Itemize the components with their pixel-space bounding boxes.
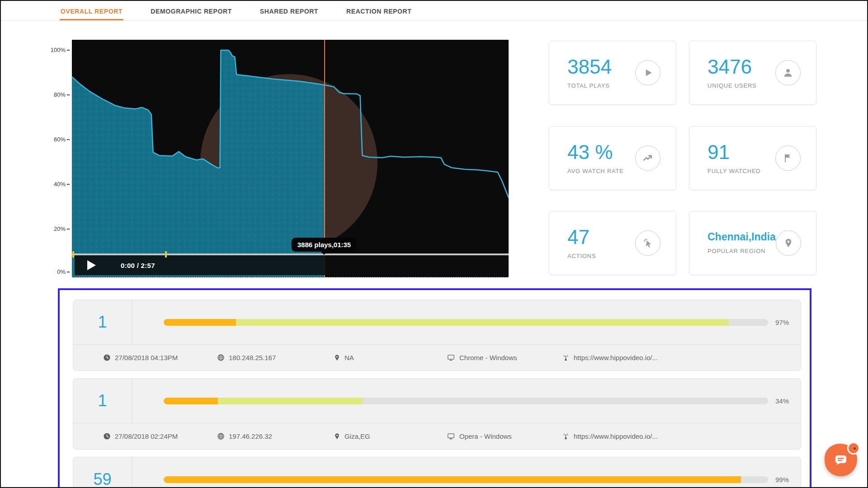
session-play-count: 1	[73, 300, 132, 344]
session-play-count: 1	[73, 379, 132, 423]
chat-widget-button[interactable]	[825, 444, 857, 476]
actions-value: 47	[567, 227, 596, 247]
monitor-icon	[447, 432, 455, 440]
location-pin-icon	[334, 354, 340, 361]
session-datetime: 27/08/2018 02:24PM	[103, 432, 217, 440]
avg-watch-rate-label: AVG WATCH RATE	[567, 168, 624, 174]
play-icon	[635, 60, 660, 85]
user-icon	[775, 60, 801, 85]
timeline-marker[interactable]	[72, 251, 74, 258]
broadcast-icon	[562, 354, 570, 361]
y-axis-tick-20: 20%	[50, 225, 70, 232]
avg-watch-rate-value: 43 %	[567, 142, 624, 162]
chat-bubble-icon	[833, 453, 849, 467]
session-row: 1 34% 27/08/2018 02:24PM 197.46.226.32 G…	[73, 378, 801, 450]
tab-demographic-report[interactable]: DEMOGRAPHIC REPORT	[150, 2, 233, 20]
unique-users-label: UNIQUE USERS	[708, 82, 757, 89]
fully-watched-label: FULLY WATCHED	[708, 168, 761, 174]
cursor-click-icon	[635, 230, 660, 256]
location-pin-icon	[334, 432, 340, 440]
monitor-icon	[447, 354, 455, 361]
session-ip: 197.46.226.32	[217, 432, 334, 440]
trend-up-icon	[635, 145, 660, 171]
session-source-url[interactable]: https://www.hippovideo.io/...	[562, 432, 658, 440]
broadcast-icon	[562, 432, 570, 440]
session-ip: 180.248.25.167	[217, 354, 334, 361]
fully-watched-value: 91	[708, 142, 761, 162]
watch-percent: 34%	[775, 397, 801, 405]
chat-notification-badge	[847, 442, 860, 455]
total-plays-label: TOTAL PLAYS	[567, 82, 612, 89]
timeline-marker[interactable]	[165, 251, 167, 258]
session-source-url[interactable]: https://www.hippovideo.io/...	[562, 354, 658, 361]
session-datetime: 27/08/2018 04:13PM	[103, 354, 217, 361]
session-location: NA	[334, 354, 447, 361]
popular-region-value: Chennai,India	[708, 232, 776, 242]
sessions-panel: 1 97% 27/08/2018 04:13PM 180.248.25.167 …	[58, 288, 811, 488]
globe-icon	[217, 354, 225, 361]
map-pin-icon	[776, 230, 801, 256]
session-row: 1 97% 27/08/2018 04:13PM 180.248.25.167 …	[73, 300, 801, 371]
session-row: 59 99%	[73, 457, 801, 488]
actions-label: ACTIONS	[567, 253, 596, 259]
watch-progress-bar	[164, 398, 768, 404]
tab-overall-report[interactable]: OVERALL REPORT	[60, 2, 123, 20]
tab-shared-report[interactable]: SHARED REPORT	[259, 2, 319, 20]
y-axis-tick-100: 100%	[50, 47, 70, 53]
watch-percent: 99%	[775, 476, 801, 483]
session-play-count: 59	[73, 457, 132, 488]
watch-progress-bar	[164, 319, 768, 326]
watch-progress-bar	[164, 476, 768, 483]
stat-card-unique-users: 3476 UNIQUE USERS	[689, 41, 816, 105]
play-button[interactable]	[87, 260, 96, 270]
stat-card-fully-watched: 91 FULLY WATCHED	[689, 126, 816, 190]
unique-users-value: 3476	[708, 57, 757, 77]
report-tab-bar: OVERALL REPORT DEMOGRAPHIC REPORT SHARED…	[1, 1, 867, 21]
clock-icon	[103, 432, 111, 440]
total-plays-value: 3854	[567, 57, 612, 77]
y-axis-tick-0: 0%	[50, 268, 70, 275]
y-axis-tick-60: 60%	[50, 136, 70, 143]
chart-tooltip: 3886 plays,01:35	[292, 238, 357, 252]
clock-icon	[103, 354, 111, 361]
tab-reaction-report[interactable]: REACTION REPORT	[345, 2, 412, 20]
video-player[interactable]: 3886 plays,01:35 0:00 / 2:57	[72, 40, 509, 277]
y-axis-tick-80: 80%	[50, 91, 70, 98]
flag-icon	[775, 145, 801, 171]
stat-card-popular-region: Chennai,India POPULAR REGION	[689, 211, 816, 275]
y-axis-tick-40: 40%	[50, 181, 70, 188]
stat-card-avg-watch-rate: 43 % AVG WATCH RATE	[549, 126, 676, 190]
popular-region-label: POPULAR REGION	[708, 248, 776, 254]
watch-percent: 97%	[775, 319, 801, 326]
session-browser: Chrome - Windows	[447, 354, 562, 361]
session-location: Giza,EG	[334, 432, 447, 440]
time-display: 0:00 / 2:57	[121, 262, 155, 269]
stat-card-actions: 47 ACTIONS	[549, 211, 676, 275]
video-controls: 0:00 / 2:57	[75, 255, 509, 275]
engagement-area-chart	[72, 40, 509, 277]
analytics-dashboard: OVERALL REPORT DEMOGRAPHIC REPORT SHARED…	[0, 0, 868, 488]
session-browser: Opera - Windows	[447, 432, 562, 440]
stat-card-total-plays: 3854 TOTAL PLAYS	[549, 41, 676, 105]
globe-icon	[217, 432, 225, 440]
